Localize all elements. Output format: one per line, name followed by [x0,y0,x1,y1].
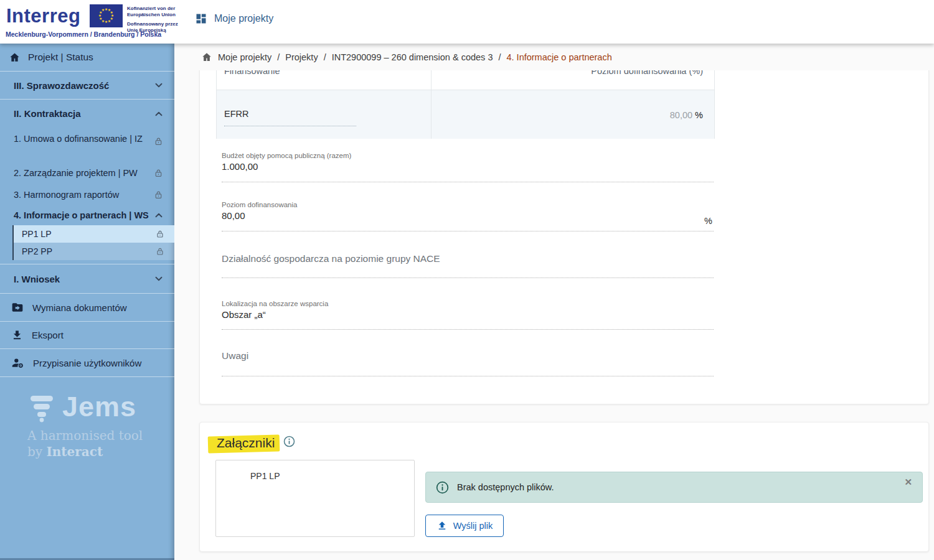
folder-exchange-icon [11,301,24,314]
field-support-area-location: Lokalizacja na obszarze wsparcia Obszar … [222,300,714,330]
download-icon [11,329,23,341]
sidebar-item-partner-details[interactable]: 4. Informacje o partnerach | WS [0,205,174,225]
no-files-alert-text: Brak dostępnych plików. [457,482,554,492]
sidebar-item-user-assignment[interactable]: Przypisanie użytkowników [0,349,174,377]
chevron-up-icon [153,108,164,119]
attachments-tree-panel: PP1 LP [215,460,415,537]
sidebar-group-contracting: II. Kontraktacja 1. Umowa o dofinansowan… [0,100,174,264]
interreg-logo: Interreg [6,5,80,27]
chevron-down-icon [153,273,164,284]
sidebar-item-project-status[interactable]: Projekt | Status [0,44,174,72]
info-icon[interactable] [283,436,295,447]
jems-app: Interreg Mecklenburg-Vorpommern / Brande… [0,0,934,560]
chevron-up-icon [153,210,164,221]
sidebar-item-pp1-lp[interactable]: PP1 LP [14,225,174,243]
breadcrumb-current-page: 4. Informacje o partnerach [506,52,611,62]
home-icon [201,52,212,63]
sidebar-section-contracting[interactable]: II. Kontraktacja [0,100,174,128]
attachments-card: Załączniki PP1 LP Brak dostępnych plików… [199,422,929,552]
field-state-aid-budget: Budżet objęty pomocą publiczną (razem) 1… [222,152,714,182]
eu-funding-text: Kofinanziert von der Europäischen Union … [127,6,178,33]
breadcrumb-projects[interactable]: Projekty [285,52,318,62]
upload-icon [436,520,448,531]
field-comments: Uwagi [222,350,714,376]
manage-accounts-icon [11,357,24,370]
lock-icon [153,167,164,178]
sidebar-section-application[interactable]: I. Wniosek [0,264,174,294]
jems-hive-icon [27,391,56,423]
tree-node-pp1-lp[interactable]: PP1 LP [250,471,280,481]
lock-icon [155,246,165,256]
sidebar: Projekt | Status III. Sprawozdawczość II… [0,44,174,560]
sidebar-item-reporting-schedule[interactable]: 3. Harmonogram raportów [0,184,174,205]
eu-flag-icon: ★★★ ★★★ ★★★ ★★★ [90,4,123,27]
sidebar-item-contract[interactable]: 1. Umowa o dofinansowanie | IZ [0,128,174,162]
breadcrumb-separator: / [324,52,326,62]
upload-file-button-label: Wyślij plik [453,521,493,531]
breadcrumb-separator: / [498,52,501,62]
menu-my-projects[interactable]: Moje projekty [195,12,273,25]
sidebar-section-reporting[interactable]: III. Sprawozdawczość [0,72,174,100]
close-icon[interactable]: ✕ [904,477,912,488]
chevron-down-icon [153,80,164,91]
svg-text:★: ★ [108,19,111,23]
breadcrumb-my-projects[interactable]: Moje projekty [218,52,271,62]
field-nace-group: Działalność gospodarcza na poziomie grup… [222,253,714,278]
breadcrumb: Moje projekty / Projekty / INT2900099 – … [174,44,934,70]
attachments-title: Załączniki [215,435,277,452]
field-cofinancing-rate: Poziom dofinansowania 80,00 % [222,201,714,231]
no-files-alert: Brak dostępnych plików. ✕ [425,472,923,503]
jems-logo: Jems A harmonised tool by Interact [27,391,152,459]
svg-text:★: ★ [105,20,108,24]
home-icon [9,52,21,63]
info-icon [436,481,449,494]
sidebar-item-document-exchange[interactable]: Wymiana dokumentów [0,294,174,322]
dashboard-icon [195,12,207,25]
breadcrumb-project-id[interactable]: INT2900099 – 260 dimension & codes 3 [332,52,493,62]
sidebar-item-export[interactable]: Eksport [0,322,174,349]
finance-table-row: EFRR 80,00% [217,90,714,139]
sidebar-partner-subtree: PP1 LP PP2 PP [12,225,174,260]
breadcrumb-separator: / [277,52,280,62]
cofinancing-rate-value: 80,00% [670,110,703,120]
fund-select[interactable]: EFRR [224,109,356,126]
menu-my-projects-label: Moje projekty [214,13,273,24]
lock-icon [153,189,164,200]
sidebar-item-pp2-pp[interactable]: PP2 PP [14,243,174,260]
lock-icon [155,229,165,239]
top-app-bar: Interreg Mecklenburg-Vorpommern / Brande… [0,0,934,44]
lock-icon [153,136,164,147]
upload-file-button[interactable]: Wyślij plik [425,515,504,537]
sidebar-item-project-management[interactable]: 2. Zarządzanie projektem | PW [0,162,174,184]
partner-details-card: Finansowanie Poziom dofinansowania (%) E… [199,34,929,404]
svg-text:★: ★ [101,8,105,12]
